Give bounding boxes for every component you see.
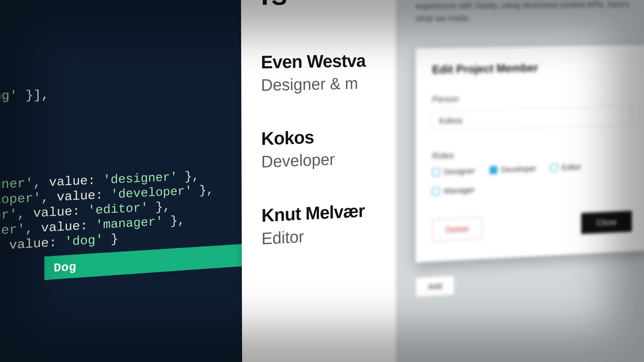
person-value: Kokos <box>439 115 462 126</box>
member-item[interactable]: Even Westva Designer & m <box>261 50 382 95</box>
checkbox-label: Designer <box>444 166 475 176</box>
member-role: Editor <box>262 223 383 248</box>
checkbox-label: Developer <box>501 164 536 174</box>
checkbox-icon <box>432 168 440 176</box>
checkbox-label: Editor <box>562 162 581 172</box>
member-item[interactable]: Kokos Developer <box>261 124 382 171</box>
checkbox-icon <box>550 164 558 172</box>
close-button[interactable]: Close <box>581 211 632 234</box>
autocomplete-label: Dog <box>54 260 76 275</box>
button-label: Close <box>597 217 616 227</box>
button-label: Add <box>428 282 442 291</box>
role-checkbox-developer[interactable]: Developer <box>490 164 536 175</box>
role-checkbox-designer[interactable]: Designer <box>432 166 475 177</box>
role-checkbox-manager[interactable]: Manager <box>432 185 475 196</box>
member-name: Knut Melvær <box>262 199 383 226</box>
checkbox-icon <box>432 187 440 195</box>
intro-text: experience with Sanity, using structured… <box>416 0 644 25</box>
role-checkbox-editor[interactable]: Editor <box>550 162 581 172</box>
members-heading: rs <box>260 0 382 11</box>
button-label: Delete <box>446 224 469 234</box>
roles-checkbox-group: Designer Developer Editor Manager <box>432 161 632 196</box>
person-input[interactable]: Kokos <box>432 106 632 131</box>
person-label: Person <box>432 90 632 104</box>
checkbox-label: Manager <box>444 185 475 196</box>
side-panel: experience with Sanity, using structured… <box>396 0 644 362</box>
delete-button[interactable]: Delete <box>432 217 482 242</box>
add-button[interactable]: Add <box>416 275 454 297</box>
members-panel: rs Even Westva Designer & m Kokos Develo… <box>241 0 402 362</box>
member-role: Designer & m <box>261 73 382 95</box>
edit-member-card: Edit Project Member Person Kokos Roles D… <box>416 45 644 263</box>
member-role: Developer <box>261 148 383 171</box>
roles-label: Roles <box>432 144 632 161</box>
member-item[interactable]: Knut Melvær Editor <box>262 199 383 248</box>
member-name: Even Westva <box>261 50 382 72</box>
member-name: Kokos <box>261 124 382 149</box>
checkbox-icon <box>490 166 498 174</box>
card-title: Edit Project Member <box>432 59 632 76</box>
